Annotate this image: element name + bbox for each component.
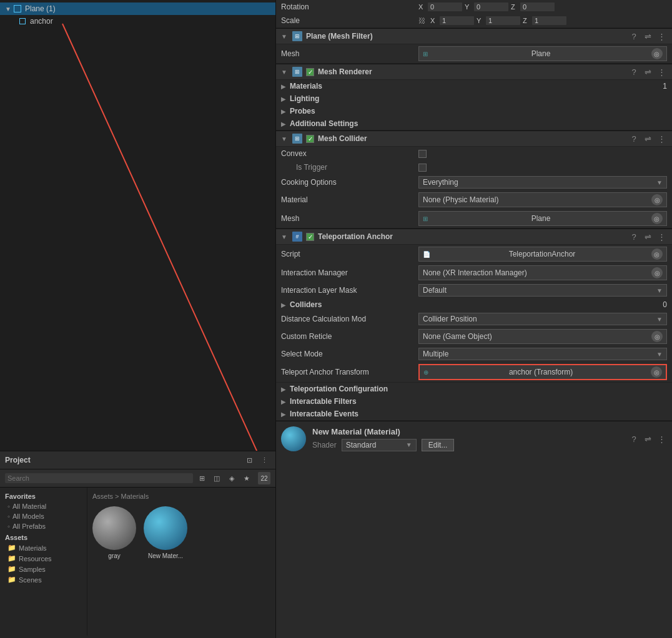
- scale-x-input[interactable]: [440, 16, 474, 25]
- mesh-filter-mesh-text: Plane: [531, 49, 551, 58]
- materials-collapse[interactable]: ▶ Materials 1: [276, 80, 672, 92]
- rotation-y-input[interactable]: [474, 2, 508, 11]
- additional-settings-collapse[interactable]: ▶ Additional Settings: [276, 117, 672, 130]
- search-bar: ⊞ ◫ ◈ ★ 22: [0, 469, 275, 488]
- folder-materials[interactable]: 📁 Materials: [0, 542, 87, 553]
- folder-resources[interactable]: 📁 Resources: [0, 553, 87, 564]
- folder-scenes-label: Scenes: [19, 576, 42, 584]
- mesh-filter-section-header[interactable]: ▼ ⊞ Plane (Mesh Filter) ? ⇌ ⋮: [276, 28, 672, 44]
- teleport-anchor-transform-value[interactable]: ⊕ anchor (Transform) ◎: [418, 364, 667, 380]
- folder-scenes[interactable]: 📁 Scenes: [0, 574, 87, 585]
- mesh-filter-help[interactable]: ?: [628, 32, 640, 41]
- scale-y-input[interactable]: [486, 16, 520, 25]
- fav-all-models[interactable]: ◦ All Models: [0, 511, 87, 521]
- script-value[interactable]: 📄 TeleportationAnchor ◎: [418, 247, 667, 262]
- collider-mesh-icon: ⊞: [423, 215, 428, 222]
- scale-z-input[interactable]: [532, 16, 566, 25]
- mesh-renderer-enabled[interactable]: ✓: [306, 68, 314, 76]
- folder-samples[interactable]: 📁 Samples: [0, 564, 87, 574]
- is-trigger-checkbox[interactable]: [418, 164, 427, 172]
- mesh-renderer-more[interactable]: ⋮: [656, 67, 667, 77]
- mesh-filter-mesh-row: Mesh ⊞ Plane ◎: [276, 44, 672, 63]
- collider-material-value[interactable]: None (Physic Material) ◎: [418, 192, 667, 207]
- rotation-x-input[interactable]: [428, 2, 462, 11]
- mesh-collider-title: Mesh Collider: [318, 134, 625, 143]
- mesh-filter-settings[interactable]: ⇌: [642, 32, 653, 41]
- mesh-collider-enabled[interactable]: ✓: [306, 135, 314, 143]
- distance-calc-value: Collider Position: [423, 315, 477, 323]
- custom-reticle-select[interactable]: ◎: [651, 331, 663, 342]
- interactable-events-collapse[interactable]: ▶ Interactable Events: [276, 408, 672, 420]
- teleportation-config-collapse[interactable]: ▶ Teleportation Configuration: [276, 383, 672, 395]
- teleport-anchor-transform-select[interactable]: ◎: [651, 366, 662, 378]
- teleportation-anchor-section-header[interactable]: ▼ # ✓ Teleportation Anchor ? ⇌ ⋮: [276, 228, 672, 245]
- plane-label: Plane (1): [25, 4, 56, 13]
- material-item-gray[interactable]: gray: [92, 506, 136, 559]
- favorites-title: Favorites: [0, 491, 87, 501]
- fav-models-label: All Models: [12, 513, 44, 520]
- hierarchy-item-plane[interactable]: ▼ Plane (1): [0, 2, 275, 15]
- cooking-options-value: Everything: [423, 178, 458, 187]
- script-select[interactable]: ◎: [651, 248, 663, 260]
- new-material-help[interactable]: ?: [628, 434, 640, 444]
- shader-value: Standard: [346, 441, 377, 449]
- mesh-collider-buttons: ? ⇌ ⋮: [628, 134, 667, 144]
- mesh-collider-help[interactable]: ?: [628, 134, 640, 144]
- mesh-filter-mesh-select[interactable]: ◎: [651, 48, 663, 59]
- more-icon[interactable]: ⋮: [258, 454, 270, 466]
- teleportation-settings[interactable]: ⇌: [642, 232, 653, 242]
- mesh-collider-section-header[interactable]: ▼ ⊞ ✓ Mesh Collider ? ⇌ ⋮: [276, 130, 672, 147]
- collider-material-select[interactable]: ◎: [651, 194, 663, 205]
- rotation-x-label: X: [418, 3, 426, 11]
- select-mode-dropdown[interactable]: Multiple ▼: [418, 348, 667, 360]
- script-label: Script: [281, 250, 418, 258]
- rotation-z-input[interactable]: [520, 2, 555, 11]
- lock-icon[interactable]: ⊡: [243, 454, 255, 466]
- search-expand-icon[interactable]: ⊞: [195, 472, 208, 484]
- teleportation-help[interactable]: ?: [628, 232, 640, 242]
- interactable-filters-collapse[interactable]: ▶ Interactable Filters: [276, 395, 672, 408]
- search-input[interactable]: [5, 473, 193, 483]
- material-sphere-gray: [92, 506, 136, 550]
- interaction-manager-value[interactable]: None (XR Interaction Manager) ◎: [418, 265, 667, 280]
- mesh-renderer-section-header[interactable]: ▼ ⊞ ✓ Mesh Renderer ? ⇌ ⋮: [276, 64, 672, 80]
- convex-checkbox[interactable]: [418, 150, 427, 158]
- fav-materials-label: All Material: [12, 503, 46, 510]
- new-material-sphere: [281, 426, 306, 451]
- material-item-blue[interactable]: New Mater...: [144, 506, 187, 559]
- teleportation-more[interactable]: ⋮: [656, 232, 667, 242]
- script-icon: 📄: [423, 251, 430, 258]
- new-material-settings[interactable]: ⇌: [642, 434, 653, 444]
- probes-collapse[interactable]: ▶ Probes: [276, 105, 672, 117]
- search-folder-icon[interactable]: ◫: [210, 472, 223, 484]
- fav-all-materials[interactable]: ◦ All Material: [0, 501, 87, 511]
- cooking-options-dropdown[interactable]: Everything ▼: [418, 176, 667, 189]
- custom-reticle-value[interactable]: None (Game Object) ◎: [418, 329, 667, 344]
- new-material-more[interactable]: ⋮: [656, 434, 667, 444]
- mesh-renderer-help[interactable]: ?: [628, 67, 640, 77]
- mesh-filter-mesh-value[interactable]: ⊞ Plane ◎: [418, 46, 667, 61]
- interaction-manager-label: Interaction Manager: [281, 268, 418, 277]
- fav-all-prefabs[interactable]: ◦ All Prefabs: [0, 521, 87, 531]
- mesh-filter-more[interactable]: ⋮: [656, 32, 667, 41]
- mesh-collider-more[interactable]: ⋮: [656, 134, 667, 144]
- colliders-count: 0: [663, 300, 667, 309]
- select-mode-value: Multiple: [423, 350, 448, 358]
- distance-calc-dropdown[interactable]: Collider Position ▼: [418, 313, 667, 325]
- shader-dropdown[interactable]: Standard ▼: [342, 439, 417, 451]
- interaction-layer-mask-dropdown[interactable]: Default ▼: [418, 284, 667, 297]
- mesh-collider-settings[interactable]: ⇌: [642, 134, 653, 144]
- collider-mesh-value[interactable]: ⊞ Plane ◎: [418, 211, 667, 226]
- materials-label: Materials: [290, 82, 322, 91]
- search-filter-icon[interactable]: ◈: [225, 472, 238, 484]
- interaction-manager-select[interactable]: ◎: [651, 267, 663, 278]
- teleportation-anchor-enabled[interactable]: ✓: [306, 233, 314, 241]
- colliders-collapse[interactable]: ▶ Colliders 0: [276, 298, 672, 311]
- search-star-icon[interactable]: ★: [240, 472, 253, 484]
- hierarchy-item-anchor[interactable]: anchor: [0, 15, 275, 27]
- collider-mesh-select[interactable]: ◎: [651, 213, 663, 224]
- lighting-collapse[interactable]: ▶ Lighting: [276, 92, 672, 105]
- edit-button[interactable]: Edit...: [422, 439, 455, 451]
- anchor-label: anchor: [30, 17, 53, 26]
- mesh-renderer-settings[interactable]: ⇌: [642, 67, 653, 77]
